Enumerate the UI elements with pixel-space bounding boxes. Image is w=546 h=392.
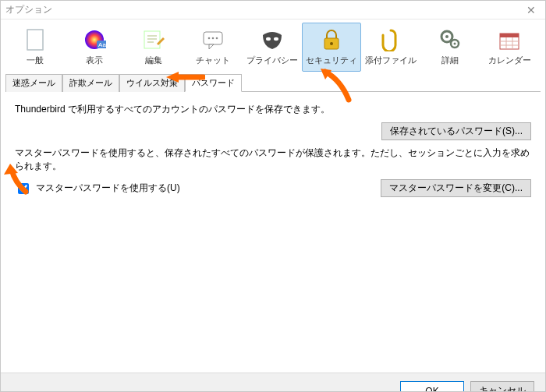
calendar-icon [480, 26, 538, 53]
close-icon[interactable]: ✕ [522, 4, 541, 16]
cancel-button[interactable]: キャンセル [470, 381, 534, 392]
svg-point-13 [266, 37, 271, 41]
category-label: カレンダー [480, 55, 538, 66]
sub-tabbar: 迷惑メール 詐欺メール ウイルス対策 パスワード [5, 73, 541, 92]
palette-icon: Aa [66, 26, 123, 53]
window-title: オプション [5, 3, 52, 16]
category-label: プライバシー [243, 55, 301, 66]
category-general[interactable]: 一般 [5, 23, 65, 72]
category-label: セキュリティ [303, 55, 360, 66]
tab-label: 詐欺メール [69, 78, 112, 87]
desc-text-2: マスターパスワードを使用すると、保存されたすべてのパスワードが保護されます。ただ… [15, 147, 531, 173]
change-master-password-button[interactable]: マスターパスワードを変更(C)... [381, 179, 531, 197]
category-label: チャット [184, 55, 242, 66]
gear-icon [421, 26, 479, 53]
page-icon [6, 26, 64, 53]
category-advanced[interactable]: 詳細 [420, 23, 480, 72]
paperclip-icon [362, 26, 420, 53]
category-display[interactable]: Aa 表示 [65, 23, 124, 72]
use-master-password-label[interactable]: マスターパスワードを使用する(U) [36, 182, 180, 195]
svg-rect-5 [144, 31, 160, 48]
tab-label: パスワード [192, 78, 235, 87]
category-label: 添付ファイル [362, 55, 420, 66]
category-label: 一般 [6, 55, 64, 66]
category-label: 編集 [125, 55, 183, 66]
lock-icon [303, 26, 360, 53]
category-label: 表示 [66, 55, 123, 66]
category-privacy[interactable]: プライバシー [243, 23, 302, 72]
svg-rect-22 [500, 34, 519, 37]
tab-label: ウイルス対策 [126, 78, 178, 87]
svg-text:Aa: Aa [98, 41, 106, 48]
tab-passwords[interactable]: パスワード [185, 74, 242, 92]
tab-scam[interactable]: 詐欺メール [62, 74, 119, 92]
svg-point-16 [330, 42, 333, 45]
content-pane: Thunderbird で利用するすべてのアカウントのパスワードを保存できます。… [1, 92, 545, 373]
svg-point-11 [212, 37, 214, 40]
compose-icon [125, 26, 183, 53]
saved-passwords-button[interactable]: 保存されているパスワード(S)... [381, 122, 531, 140]
ok-button[interactable]: OK [400, 381, 464, 392]
svg-point-10 [208, 37, 211, 40]
chat-icon [184, 26, 242, 53]
mask-icon [243, 26, 301, 53]
svg-point-12 [216, 37, 218, 40]
tab-antivirus[interactable]: ウイルス対策 [119, 74, 185, 92]
dialog-footer: OK キャンセル [1, 373, 545, 392]
tab-junk[interactable]: 迷惑メール [5, 74, 62, 92]
category-compose[interactable]: 編集 [124, 23, 183, 72]
titlebar: オプション ✕ [1, 1, 545, 19]
svg-point-18 [445, 35, 448, 38]
svg-rect-0 [27, 30, 43, 50]
category-calendar[interactable]: カレンダー [480, 23, 539, 72]
svg-point-20 [454, 43, 456, 45]
desc-text-1: Thunderbird で利用するすべてのアカウントのパスワードを保存できます。 [15, 103, 330, 116]
category-label: 詳細 [421, 55, 479, 66]
category-attachments[interactable]: 添付ファイル [361, 23, 420, 72]
svg-point-14 [274, 37, 278, 41]
category-security[interactable]: セキュリティ [302, 23, 361, 72]
use-master-password-checkbox[interactable] [18, 183, 29, 194]
tab-label: 迷惑メール [12, 78, 55, 87]
category-toolbar: 一般 Aa 表示 編集 チャット プライバシー セキュリティ 添付ファイル [1, 19, 545, 72]
category-chat[interactable]: チャット [183, 23, 243, 72]
